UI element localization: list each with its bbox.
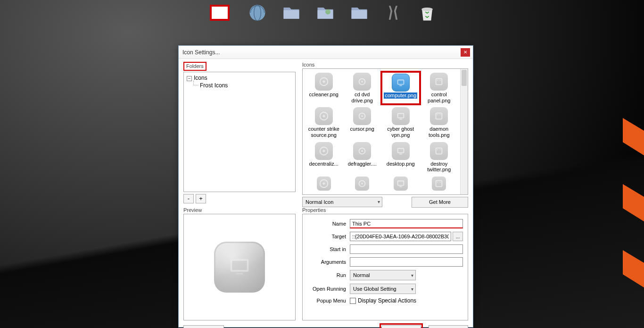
svg-point-21 — [440, 149, 441, 150]
dock-icon-recycle[interactable] — [416, 2, 438, 24]
tree-collapse-icon[interactable]: − — [187, 76, 192, 81]
icon-item[interactable] — [381, 176, 420, 192]
startin-field[interactable] — [350, 244, 463, 254]
icon-type-select[interactable]: Normal Icon — [302, 197, 382, 207]
get-more-button[interactable]: Get More — [412, 197, 468, 208]
icon-item[interactable]: destroy twitter.png — [420, 141, 459, 174]
dialog-title: Icon Settings... — [182, 49, 461, 56]
add-folder-button[interactable]: + — [196, 194, 206, 203]
svg-rect-19 — [436, 148, 442, 154]
icon-thumb — [353, 73, 371, 91]
icon-thumb — [353, 107, 371, 125]
dock-icon-folder-3[interactable] — [348, 2, 370, 24]
icon-thumb — [315, 142, 333, 160]
svg-rect-30 — [236, 273, 243, 275]
display-special-label: Display Special Actions — [358, 297, 416, 304]
folders-panel: Folders −Icons Frost Icons - + — [183, 62, 296, 203]
openrunning-select[interactable]: Use Global Setting — [350, 284, 416, 294]
arguments-field[interactable] — [350, 257, 463, 267]
folder-tree[interactable]: −Icons Frost Icons — [183, 72, 296, 192]
icon-item[interactable]: cursor.png — [343, 106, 382, 139]
cancel-button[interactable]: Cancel — [429, 325, 468, 328]
icon-item[interactable]: defraggler.... — [343, 141, 382, 174]
icon-thumb — [353, 142, 371, 160]
dialog-titlebar[interactable]: Icon Settings... ✕ — [179, 46, 473, 59]
target-browse-button[interactable]: ... — [453, 232, 463, 241]
icon-item[interactable] — [343, 176, 382, 192]
svg-point-15 — [440, 115, 441, 116]
icon-item[interactable]: daemon tools.png — [420, 106, 459, 139]
icon-item[interactable]: computer.png — [381, 72, 420, 104]
icon-filename: counter strike source.png — [306, 126, 341, 138]
svg-point-0 — [250, 5, 265, 21]
icon-thumb — [315, 73, 333, 91]
svg-rect-18 — [397, 148, 404, 152]
properties-label: Properties — [302, 207, 468, 213]
svg-point-14 — [438, 115, 438, 116]
icon-item[interactable] — [305, 176, 343, 192]
icon-item[interactable]: counter strike source.png — [305, 106, 343, 139]
icon-thumb — [430, 107, 448, 125]
svg-rect-24 — [397, 181, 404, 185]
icons-scrollbar[interactable] — [460, 69, 468, 194]
icon-filename: destroy twitter.png — [421, 161, 456, 173]
svg-point-2 — [325, 9, 330, 15]
default-icon-button[interactable]: Default Icon — [183, 325, 224, 328]
icon-item[interactable]: cyber ghost vpn.png — [381, 106, 420, 139]
ok-button[interactable]: OK — [381, 325, 421, 328]
icons-panel: Icons ccleaner.pngcd dvd drive.pngcomput… — [302, 62, 468, 203]
svg-point-11 — [361, 115, 363, 117]
target-label: Target — [307, 234, 350, 239]
remove-folder-button[interactable]: - — [183, 194, 194, 203]
svg-point-5 — [361, 81, 363, 83]
preview-panel: Preview — [183, 207, 296, 320]
icon-filename: cursor.png — [350, 126, 374, 132]
dock-selected-slot[interactable] — [210, 5, 230, 21]
icon-thumb — [317, 177, 331, 191]
preview-computer-icon — [214, 242, 265, 293]
icon-thumb — [432, 177, 446, 191]
svg-rect-25 — [436, 180, 442, 186]
tree-item-child[interactable]: Frost Icons — [187, 82, 292, 89]
icons-label: Icons — [302, 62, 468, 67]
arguments-label: Arguments — [307, 259, 350, 265]
svg-rect-7 — [436, 79, 442, 85]
svg-rect-12 — [397, 114, 404, 118]
icon-filename: decentraliz... — [309, 161, 339, 167]
icon-filename: ccleaner.png — [309, 92, 339, 98]
dock-icon-globe[interactable] — [247, 2, 268, 24]
svg-rect-29 — [232, 261, 247, 270]
icon-item[interactable] — [420, 176, 459, 192]
svg-rect-31 — [234, 275, 245, 276]
icon-filename: control panel.png — [421, 92, 456, 103]
icon-item[interactable]: ccleaner.png — [305, 72, 343, 104]
name-field[interactable] — [350, 219, 463, 228]
icon-filename: defraggler.... — [348, 161, 377, 167]
preview-box — [183, 214, 296, 320]
tree-item-root[interactable]: −Icons — [187, 74, 292, 82]
icon-thumb — [392, 74, 410, 92]
icon-item[interactable]: control panel.png — [420, 72, 459, 104]
icon-item[interactable]: cd dvd drive.png — [343, 72, 382, 104]
svg-point-9 — [440, 80, 441, 81]
scrollbar-thumb[interactable] — [462, 70, 467, 86]
desktop-dock — [210, 2, 438, 24]
icon-item[interactable]: decentraliz... — [305, 141, 343, 174]
run-select[interactable]: Normal — [350, 270, 416, 280]
name-label: Name — [307, 221, 350, 227]
popupmenu-label: Popup Menu — [307, 298, 350, 303]
icon-thumb — [430, 73, 448, 91]
target-field[interactable] — [350, 232, 451, 241]
svg-point-27 — [440, 182, 441, 183]
dock-icon-folder-1[interactable] — [281, 2, 302, 24]
display-special-checkbox[interactable] — [350, 298, 356, 304]
close-button[interactable]: ✕ — [461, 48, 470, 57]
folders-label: Folders — [186, 63, 204, 69]
icon-filename: desktop.png — [387, 161, 415, 167]
icon-thumb — [355, 177, 369, 191]
icon-item[interactable]: desktop.png — [381, 141, 420, 174]
dock-icon-tools[interactable] — [382, 2, 404, 24]
dock-icon-folder-2[interactable] — [314, 2, 336, 24]
run-label: Run — [307, 272, 350, 278]
icon-grid[interactable]: ccleaner.pngcd dvd drive.pngcomputer.png… — [303, 69, 460, 194]
